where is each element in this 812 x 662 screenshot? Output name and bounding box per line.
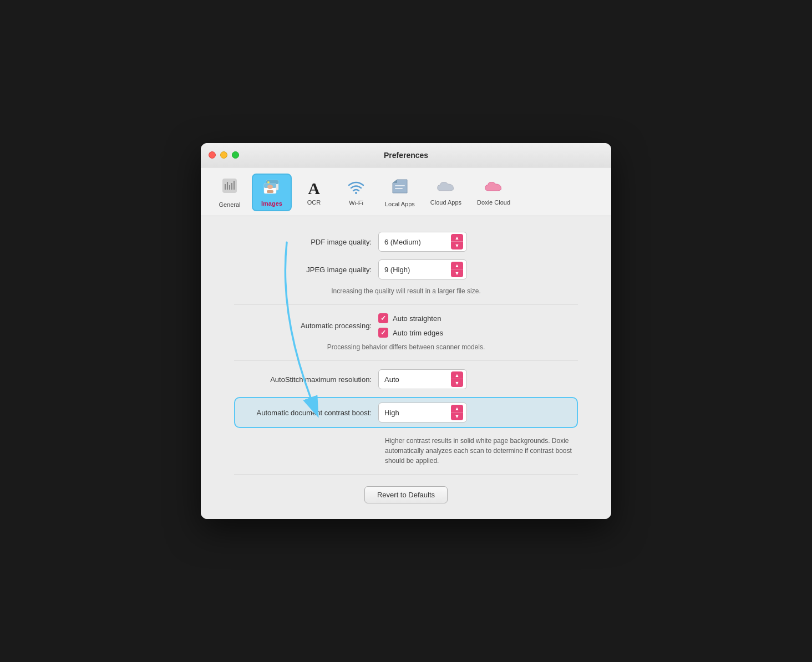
pdf-quality-down[interactable]: ▼ [451, 242, 463, 249]
titlebar: Preferences [201, 143, 611, 167]
autostitch-value: Auto [384, 375, 399, 384]
content-area: PDF image quality: 6 (Medium) ▲ ▼ JPEG i… [201, 216, 611, 519]
svg-point-8 [267, 181, 270, 184]
processing-hint: Processing behavior differs between scan… [234, 343, 578, 351]
tab-general[interactable]: General [210, 173, 250, 211]
svg-rect-12 [267, 190, 273, 193]
tab-localapps[interactable]: Local Apps [378, 174, 422, 211]
autostitch-stepper[interactable]: ▲ ▼ [451, 371, 463, 387]
divider-2 [234, 360, 578, 360]
svg-point-13 [355, 192, 357, 194]
svg-rect-14 [395, 185, 405, 186]
tab-wifi[interactable]: Wi-Fi [336, 175, 376, 210]
auto-straighten-label: Auto straighten [393, 314, 441, 323]
svg-rect-2 [227, 182, 228, 190]
auto-trim-label: Auto trim edges [393, 329, 443, 337]
images-icon [262, 178, 282, 198]
localapps-icon [390, 177, 409, 198]
jpeg-quality-row: JPEG image quality: 9 (High) ▲ ▼ [234, 259, 578, 279]
tab-cloudapps[interactable]: Cloud Apps [424, 176, 468, 209]
auto-straighten-item: ✓ Auto straighten [378, 313, 443, 323]
contrast-stepper[interactable]: ▲ ▼ [451, 405, 463, 420]
divider-3 [234, 475, 578, 475]
jpeg-quality-down[interactable]: ▼ [451, 269, 463, 277]
autostitch-select[interactable]: Auto ▲ ▼ [378, 369, 467, 389]
main-content: PDF image quality: 6 (Medium) ▲ ▼ JPEG i… [201, 216, 611, 519]
auto-processing-label: Automatic processing: [234, 322, 378, 330]
tab-ocr[interactable]: A OCR [294, 176, 334, 209]
doxiecloud-icon [484, 179, 503, 197]
autostitch-up[interactable]: ▲ [451, 371, 463, 379]
pdf-quality-select[interactable]: 6 (Medium) ▲ ▼ [378, 232, 467, 252]
contrast-label: Automatic document contrast boost: [242, 409, 378, 417]
divider-1 [234, 304, 578, 304]
svg-rect-15 [395, 188, 403, 189]
close-button[interactable] [209, 151, 216, 159]
quality-hint: Increasing the quality will result in a … [234, 287, 578, 295]
maximize-button[interactable] [232, 151, 239, 159]
autostitch-label: AutoStitch maximum resolution: [234, 375, 378, 384]
contrast-select[interactable]: High ▲ ▼ [378, 403, 467, 422]
tab-ocr-label: OCR [307, 199, 321, 206]
svg-rect-4 [231, 183, 232, 190]
auto-processing-row: Automatic processing: ✓ Auto straighten … [234, 313, 578, 338]
contrast-highlighted-row: Automatic document contrast boost: High … [234, 397, 578, 428]
contrast-down[interactable]: ▼ [451, 413, 463, 420]
wifi-icon [347, 179, 366, 197]
jpeg-quality-select[interactable]: 9 (High) ▲ ▼ [378, 259, 467, 279]
tab-cloudapps-label: Cloud Apps [430, 199, 461, 206]
tab-doxiecloud[interactable]: Doxie Cloud [470, 176, 517, 209]
contrast-hint: Higher contrast results in solid white p… [385, 436, 578, 466]
tab-images-label: Images [261, 200, 282, 207]
jpeg-quality-stepper[interactable]: ▲ ▼ [451, 262, 463, 277]
tab-wifi-label: Wi-Fi [349, 200, 363, 206]
svg-rect-5 [234, 181, 235, 190]
preferences-window: Preferences General [201, 143, 611, 519]
svg-rect-3 [229, 185, 230, 190]
revert-button[interactable]: Revert to Defaults [364, 486, 448, 503]
contrast-value: High [384, 409, 399, 417]
contrast-up[interactable]: ▲ [451, 405, 463, 413]
toolbar: General Images A [201, 167, 611, 216]
tab-general-label: General [219, 201, 240, 208]
minimize-button[interactable] [220, 151, 227, 159]
pdf-quality-row: PDF image quality: 6 (Medium) ▲ ▼ [234, 232, 578, 252]
checkbox-group: ✓ Auto straighten ✓ Auto trim edges [378, 313, 443, 338]
jpeg-quality-value: 9 (High) [384, 266, 410, 274]
pdf-quality-stepper[interactable]: ▲ ▼ [451, 234, 463, 249]
autostitch-down[interactable]: ▼ [451, 379, 463, 387]
pdf-quality-value: 6 (Medium) [384, 238, 421, 246]
auto-straighten-checkbox[interactable]: ✓ [378, 313, 388, 323]
cloudapps-icon [437, 179, 455, 197]
jpeg-quality-up[interactable]: ▲ [451, 262, 463, 269]
svg-rect-1 [225, 184, 226, 190]
general-icon [220, 176, 239, 199]
auto-trim-checkbox[interactable]: ✓ [378, 328, 388, 338]
autostitch-row: AutoStitch maximum resolution: Auto ▲ ▼ [234, 369, 578, 389]
auto-trim-item: ✓ Auto trim edges [378, 328, 443, 338]
pdf-quality-label: PDF image quality: [234, 238, 378, 246]
jpeg-quality-label: JPEG image quality: [234, 266, 378, 274]
tab-doxiecloud-label: Doxie Cloud [477, 199, 510, 206]
ocr-icon: A [308, 179, 320, 197]
traffic-lights [209, 151, 239, 159]
tab-localapps-label: Local Apps [385, 201, 415, 207]
pdf-quality-up[interactable]: ▲ [451, 234, 463, 242]
svg-point-11 [267, 185, 273, 189]
tab-images[interactable]: Images [252, 174, 292, 211]
window-title: Preferences [384, 151, 428, 160]
